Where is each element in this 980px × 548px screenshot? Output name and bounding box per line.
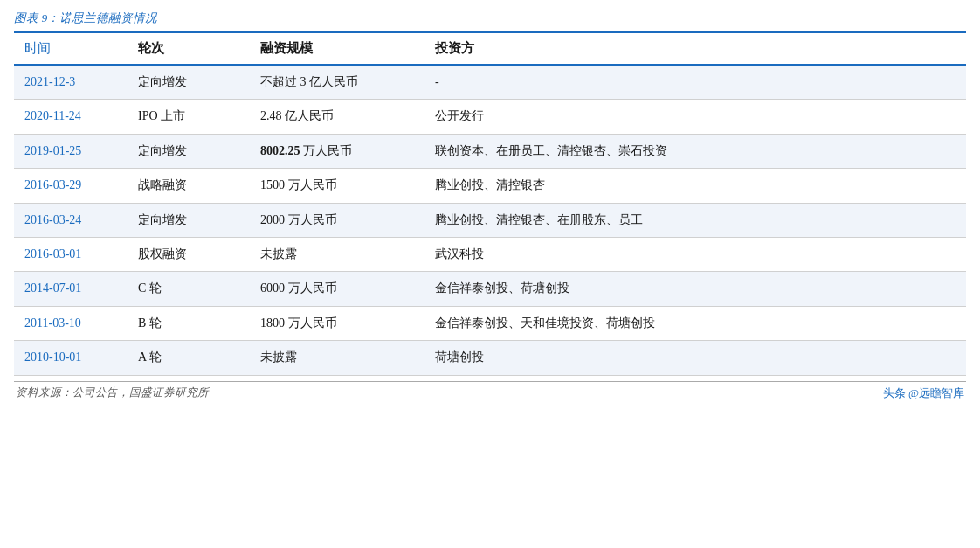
watermark-label: 头条 @远瞻智库: [883, 386, 964, 399]
watermark-text: 头条 @远瞻智库: [883, 385, 964, 401]
cell-investor: -: [424, 65, 966, 100]
table-row: 2014-07-01C 轮6000 万人民币金信祥泰创投、荷塘创投: [14, 272, 966, 306]
cell-date: 2016-03-24: [14, 203, 128, 237]
cell-date: 2016-03-29: [14, 169, 128, 203]
cell-round: 定向增发: [128, 134, 250, 168]
header-date: 时间: [14, 33, 128, 65]
table-row: 2016-03-24定向增发2000 万人民币腾业创投、清控银杏、在册股东、员工: [14, 203, 966, 237]
cell-date: 2019-01-25: [14, 134, 128, 168]
table-row: 2020-11-24IPO 上市2.48 亿人民币公开发行: [14, 100, 966, 134]
cell-amount: 6000 万人民币: [250, 272, 424, 306]
cell-investor: 金信祥泰创投、荷塘创投: [424, 272, 966, 306]
financing-table: 时间 轮次 融资规模 投资方 2021-12-3定向增发不超过 3 亿人民币-2…: [14, 33, 966, 376]
cell-round: C 轮: [128, 272, 250, 306]
cell-investor: 金信祥泰创投、天和佳境投资、荷塘创投: [424, 306, 966, 340]
cell-investor: 荷塘创投: [424, 341, 966, 375]
title-main: 诺思兰德融资情况: [59, 11, 157, 24]
table-header-row: 时间 轮次 融资规模 投资方: [14, 33, 966, 65]
cell-amount: 不超过 3 亿人民币: [250, 65, 424, 100]
cell-round: B 轮: [128, 306, 250, 340]
cell-date: 2010-10-01: [14, 341, 128, 375]
cell-investor: 联创资本、在册员工、清控银杏、崇石投资: [424, 134, 966, 168]
header-amount: 融资规模: [250, 33, 424, 65]
cell-amount: 1800 万人民币: [250, 306, 424, 340]
header-investor: 投资方: [424, 33, 966, 65]
table-row: 2016-03-29战略融资1500 万人民币腾业创投、清控银杏: [14, 169, 966, 203]
title-prefix: 图表 9：: [14, 11, 59, 24]
cell-round: A 轮: [128, 341, 250, 375]
cell-date: 2020-11-24: [14, 100, 128, 134]
cell-amount: 未披露: [250, 341, 424, 375]
cell-investor: 腾业创投、清控银杏、在册股东、员工: [424, 203, 966, 237]
cell-amount: 8002.25 万人民币: [250, 134, 424, 168]
cell-amount: 2.48 亿人民币: [250, 100, 424, 134]
cell-amount: 未披露: [250, 237, 424, 271]
cell-date: 2021-12-3: [14, 65, 128, 100]
table-row: 2016-03-01股权融资未披露武汉科投: [14, 237, 966, 271]
table-row: 2021-12-3定向增发不超过 3 亿人民币-: [14, 65, 966, 100]
table-row: 2019-01-25定向增发8002.25 万人民币联创资本、在册员工、清控银杏…: [14, 134, 966, 168]
cell-round: 定向增发: [128, 203, 250, 237]
table-footer: 资料来源：公司公告，国盛证券研究所 头条 @远瞻智库: [14, 381, 966, 405]
source-text: 资料来源：公司公告，国盛证券研究所: [16, 385, 209, 400]
cell-date: 2014-07-01: [14, 272, 128, 306]
table-title: 图表 9：诺思兰德融资情况: [14, 10, 966, 26]
cell-round: IPO 上市: [128, 100, 250, 134]
cell-amount: 1500 万人民币: [250, 169, 424, 203]
header-round: 轮次: [128, 33, 250, 65]
cell-round: 定向增发: [128, 65, 250, 100]
cell-investor: 武汉科投: [424, 237, 966, 271]
cell-date: 2016-03-01: [14, 237, 128, 271]
cell-round: 股权融资: [128, 237, 250, 271]
table-row: 2011-03-10B 轮1800 万人民币金信祥泰创投、天和佳境投资、荷塘创投: [14, 306, 966, 340]
cell-investor: 公开发行: [424, 100, 966, 134]
cell-amount: 2000 万人民币: [250, 203, 424, 237]
table-row: 2010-10-01A 轮未披露荷塘创投: [14, 341, 966, 375]
cell-date: 2011-03-10: [14, 306, 128, 340]
cell-round: 战略融资: [128, 169, 250, 203]
cell-investor: 腾业创投、清控银杏: [424, 169, 966, 203]
